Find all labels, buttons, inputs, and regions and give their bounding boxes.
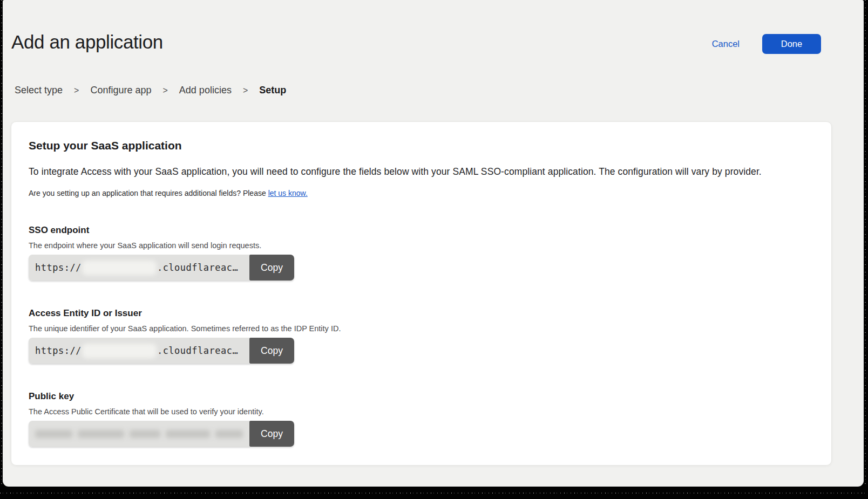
field-public-key: Public key The Access Public Certificate… — [29, 391, 814, 447]
field-sso-endpoint: SSO endpoint The endpoint where your Saa… — [29, 225, 814, 281]
sso-endpoint-copy-button[interactable]: Copy — [249, 255, 294, 281]
public-key-description: The Access Public Certificate that will … — [29, 407, 814, 416]
access-entity-id-copy-button[interactable]: Copy — [249, 338, 294, 364]
header-actions: Cancel Done — [712, 34, 821, 54]
redacted-value-full — [35, 430, 243, 438]
let-us-know-link[interactable]: let us know. — [268, 189, 308, 197]
redacted-edge-bottom — [0, 486, 868, 499]
redacted-edge-right — [864, 0, 868, 499]
breadcrumb-separator: > — [163, 86, 168, 95]
breadcrumb-separator: > — [74, 86, 79, 95]
card-intro: To integrate Access with your SaaS appli… — [29, 166, 814, 177]
breadcrumb-separator: > — [243, 86, 248, 95]
value-suffix: .cloudflareac… — [157, 262, 238, 273]
sso-endpoint-description: The endpoint where your SaaS application… — [29, 241, 814, 250]
breadcrumb: Select type > Configure app > Add polici… — [3, 85, 864, 96]
breadcrumb-setup-active: Setup — [259, 85, 286, 96]
access-entity-id-label: Access Entity ID or Issuer — [29, 308, 814, 319]
value-suffix: .cloudflareac… — [157, 345, 238, 356]
field-access-entity-id: Access Entity ID or Issuer The unique id… — [29, 308, 814, 364]
value-prefix: https:// — [35, 345, 82, 356]
breadcrumb-add-policies[interactable]: Add policies — [179, 85, 232, 96]
setup-card: Setup your SaaS application To integrate… — [11, 121, 832, 466]
sso-endpoint-value[interactable]: https://.cloudflareac… — [29, 255, 249, 281]
done-button[interactable]: Done — [762, 34, 821, 54]
note-text: Are you setting up an application that r… — [29, 189, 268, 197]
public-key-input-group: Copy — [29, 421, 294, 447]
access-entity-id-description: The unique identifier of your SaaS appli… — [29, 324, 814, 333]
public-key-copy-button[interactable]: Copy — [249, 421, 294, 447]
card-note: Are you setting up an application that r… — [29, 189, 814, 197]
public-key-value[interactable] — [29, 421, 249, 447]
access-entity-id-value[interactable]: https://.cloudflareac… — [29, 338, 249, 364]
cancel-button[interactable]: Cancel — [712, 39, 740, 49]
card-heading: Setup your SaaS application — [29, 139, 814, 152]
redacted-value-segment — [82, 261, 157, 275]
value-prefix: https:// — [35, 262, 82, 273]
public-key-label: Public key — [29, 391, 814, 402]
add-application-page: Add an application Cancel Done Select ty… — [3, 0, 864, 487]
page-title: Add an application — [11, 31, 163, 53]
breadcrumb-configure-app[interactable]: Configure app — [90, 85, 151, 96]
redacted-value-segment — [82, 344, 157, 358]
breadcrumb-select-type[interactable]: Select type — [15, 85, 63, 96]
page-header: Add an application Cancel Done — [3, 0, 864, 54]
sso-endpoint-input-group: https://.cloudflareac… Copy — [29, 255, 294, 281]
sso-endpoint-label: SSO endpoint — [29, 225, 814, 236]
access-entity-id-input-group: https://.cloudflareac… Copy — [29, 338, 294, 364]
